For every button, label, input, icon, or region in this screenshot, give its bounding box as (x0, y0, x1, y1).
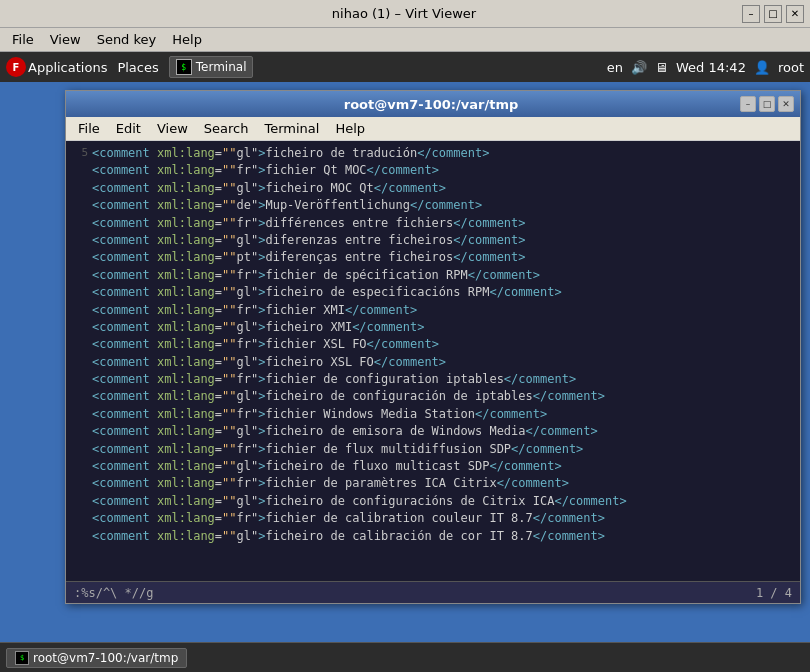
terminal-statusbar: :%s/^\ *//g 1 / 4 (66, 581, 800, 603)
terminal-window: root@vm7-100:/var/tmp – □ ✕ File Edit Vi… (65, 90, 801, 604)
audio-icon[interactable]: 🔊 (631, 60, 647, 75)
outer-minimize-button[interactable]: – (742, 5, 760, 23)
taskbar-terminal-item[interactable]: $ root@vm7-100:/var/tmp (6, 648, 187, 668)
inner-window-controls: – □ ✕ (740, 96, 794, 112)
statusbar-command: :%s/^\ *//g (74, 586, 153, 600)
places-menu[interactable]: Places (111, 60, 164, 75)
panel-right: en 🔊 🖥 Wed 14:42 👤 root (607, 60, 804, 75)
desktop: root@vm7-100:/var/tmp – □ ✕ File Edit Vi… (0, 82, 810, 672)
outer-menu-view[interactable]: View (42, 30, 89, 49)
inner-menu-help[interactable]: Help (327, 119, 373, 138)
taskbar-terminal-label: root@vm7-100:/var/tmp (33, 651, 178, 665)
terminal-panel-button[interactable]: $ Terminal (169, 56, 254, 78)
user-icon: 👤 (754, 60, 770, 75)
outer-titlebar: nihao (1) – Virt Viewer – □ ✕ (0, 0, 810, 28)
applications-label: Applications (28, 60, 107, 75)
terminal-panel-icon: $ (176, 59, 192, 75)
inner-window-title: root@vm7-100:/var/tmp (122, 97, 740, 112)
inner-menubar: File Edit View Search Terminal Help (66, 117, 800, 141)
gnome-panel: F Applications Places $ Terminal en 🔊 🖥 … (0, 52, 810, 82)
outer-menubar: File View Send key Help (0, 28, 810, 52)
terminal-panel-label: Terminal (196, 60, 247, 74)
outer-close-button[interactable]: ✕ (786, 5, 804, 23)
statusbar-position: 1 / 4 (756, 586, 792, 600)
inner-menu-file[interactable]: File (70, 119, 108, 138)
inner-menu-edit[interactable]: Edit (108, 119, 149, 138)
applications-menu[interactable]: F Applications (6, 57, 107, 77)
fedora-icon: F (6, 57, 26, 77)
user-label: root (778, 60, 804, 75)
taskbar-terminal-icon: $ (15, 651, 29, 665)
lang-indicator[interactable]: en (607, 60, 623, 75)
outer-window-title: nihao (1) – Virt Viewer (66, 6, 742, 21)
inner-titlebar: root@vm7-100:/var/tmp – □ ✕ (66, 91, 800, 117)
inner-menu-view[interactable]: View (149, 119, 196, 138)
inner-maximize-button[interactable]: □ (759, 96, 775, 112)
inner-close-button[interactable]: ✕ (778, 96, 794, 112)
outer-menu-file[interactable]: File (4, 30, 42, 49)
taskbar: $ root@vm7-100:/var/tmp (0, 642, 810, 672)
outer-menu-help[interactable]: Help (164, 30, 210, 49)
terminal-gutter: 5 (72, 145, 92, 577)
inner-menu-search[interactable]: Search (196, 119, 257, 138)
network-icon: 🖥 (655, 60, 668, 75)
clock-time: Wed 14:42 (676, 60, 746, 75)
terminal-lines: <comment xml:lang=""gl">ficheiro de trad… (92, 145, 794, 577)
outer-menu-sendkey[interactable]: Send key (89, 30, 165, 49)
outer-window-controls: – □ ✕ (742, 5, 804, 23)
inner-minimize-button[interactable]: – (740, 96, 756, 112)
terminal-content[interactable]: 5 <comment xml:lang=""gl">ficheiro de tr… (66, 141, 800, 581)
inner-menu-terminal[interactable]: Terminal (256, 119, 327, 138)
outer-maximize-button[interactable]: □ (764, 5, 782, 23)
